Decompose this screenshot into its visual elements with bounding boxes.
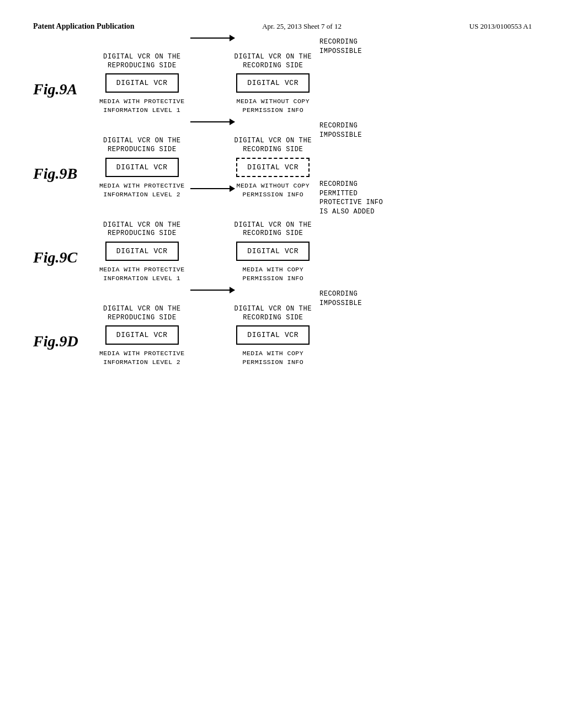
left-vcr-title-fig9b: DIGITAL VCR ON THE REPRODUCING SIDE [103,137,180,154]
figure-row-fig9d: Fig.9DDIGITAL VCR ON THE REPRODUCING SID… [33,305,532,367]
arrow-fig9d [185,290,234,291]
left-vcr-title-fig9c: DIGITAL VCR ON THE REPRODUCING SIDE [103,221,180,238]
right-vcr-bottom-fig9d: MEDIA WITH COPY PERMISSION INFO [243,349,303,367]
arrow-fig9a [185,38,234,39]
diagram-fig9c: DIGITAL VCR ON THE REPRODUCING SIDEDIGIT… [99,221,532,283]
figure-row-fig9b: Fig.9BDIGITAL VCR ON THE REPRODUCING SID… [33,137,532,199]
right-vcr-box-fig9b: DIGITAL VCR [236,158,310,177]
diagram-fig9a: DIGITAL VCR ON THE REPRODUCING SIDEDIGIT… [99,53,532,115]
left-vcr-column-fig9a: DIGITAL VCR ON THE REPRODUCING SIDEDIGIT… [99,53,185,115]
left-vcr-box-fig9b: DIGITAL VCR [105,158,179,177]
right-vcr-box-fig9c: DIGITAL VCR [236,242,310,261]
right-vcr-bottom-fig9a: MEDIA WITHOUT COPY PERMISSION INFO [237,97,310,115]
diagram-fig9d: DIGITAL VCR ON THE REPRODUCING SIDEDIGIT… [99,305,532,367]
header-patent-number: US 2013/0100553 A1 [470,22,532,31]
fig-label-fig9b: Fig.9B [33,165,99,183]
right-vcr-column-fig9a: DIGITAL VCR ON THE RECORDING SIDEDIGITAL… [234,53,312,115]
arrow-fig9b [185,121,234,122]
left-vcr-title-fig9a: DIGITAL VCR ON THE REPRODUCING SIDE [103,53,180,70]
right-note-fig9a: RECORDING IMPOSSIBLE [319,38,362,56]
right-vcr-bottom-fig9c: MEDIA WITH COPY PERMISSION INFO [243,265,303,283]
arrow-line-fig9d [190,290,234,291]
left-vcr-title-fig9d: DIGITAL VCR ON THE REPRODUCING SIDE [103,305,180,322]
right-note-fig9d: RECORDING IMPOSSIBLE [319,290,362,308]
content-area: Fig.9ADIGITAL VCR ON THE REPRODUCING SID… [0,36,565,384]
fig-label-fig9d: Fig.9D [33,333,99,350]
right-vcr-title-fig9d: DIGITAL VCR ON THE RECORDING SIDE [234,305,312,322]
arrow-fig9c [185,188,234,189]
right-vcr-title-fig9b: DIGITAL VCR ON THE RECORDING SIDE [234,137,312,154]
left-vcr-bottom-fig9a: MEDIA WITH PROTECTIVE INFORMATION LEVEL … [99,97,185,115]
left-vcr-column-fig9c: DIGITAL VCR ON THE REPRODUCING SIDEDIGIT… [99,221,185,283]
header-date-sheet: Apr. 25, 2013 Sheet 7 of 12 [262,22,342,31]
figure-row-fig9a: Fig.9ADIGITAL VCR ON THE REPRODUCING SID… [33,53,532,115]
diagram-fig9b: DIGITAL VCR ON THE REPRODUCING SIDEDIGIT… [99,137,532,199]
fig-label-fig9c: Fig.9C [33,249,99,266]
right-vcr-bottom-fig9b: MEDIA WITHOUT COPY PERMISSION INFO [237,181,310,199]
right-vcr-box-fig9d: DIGITAL VCR [236,325,310,345]
right-note-fig9b: RECORDING IMPOSSIBLE [319,121,362,140]
left-vcr-box-fig9a: DIGITAL VCR [105,73,179,93]
right-vcr-title-fig9c: DIGITAL VCR ON THE RECORDING SIDE [234,221,312,238]
right-note-fig9c: RECORDING PERMITTED PROTECTIVE INFO IS A… [319,180,383,217]
right-vcr-column-fig9b: DIGITAL VCR ON THE RECORDING SIDEDIGITAL… [234,137,312,199]
right-vcr-column-fig9c: DIGITAL VCR ON THE RECORDING SIDEDIGITAL… [234,221,312,283]
left-vcr-bottom-fig9c: MEDIA WITH PROTECTIVE INFORMATION LEVEL … [99,265,185,283]
right-vcr-box-fig9a: DIGITAL VCR [236,73,310,93]
header-title: Patent Application Publication [33,22,135,31]
left-vcr-box-fig9d: DIGITAL VCR [105,325,179,345]
fig-label-fig9a: Fig.9A [33,81,99,98]
right-vcr-title-fig9a: DIGITAL VCR ON THE RECORDING SIDE [234,53,312,70]
left-vcr-column-fig9d: DIGITAL VCR ON THE REPRODUCING SIDEDIGIT… [99,305,185,367]
left-vcr-bottom-fig9d: MEDIA WITH PROTECTIVE INFORMATION LEVEL … [99,349,185,367]
arrow-line-fig9a [190,38,234,39]
arrow-line-fig9c [190,188,234,189]
left-vcr-column-fig9b: DIGITAL VCR ON THE REPRODUCING SIDEDIGIT… [99,137,185,199]
page-header: Patent Application Publication Apr. 25, … [0,0,565,36]
left-vcr-bottom-fig9b: MEDIA WITH PROTECTIVE INFORMATION LEVEL … [99,181,185,199]
arrow-line-fig9b [190,121,234,122]
left-vcr-box-fig9c: DIGITAL VCR [105,242,179,261]
figure-row-fig9c: Fig.9CDIGITAL VCR ON THE REPRODUCING SID… [33,221,532,283]
right-vcr-column-fig9d: DIGITAL VCR ON THE RECORDING SIDEDIGITAL… [234,305,312,367]
